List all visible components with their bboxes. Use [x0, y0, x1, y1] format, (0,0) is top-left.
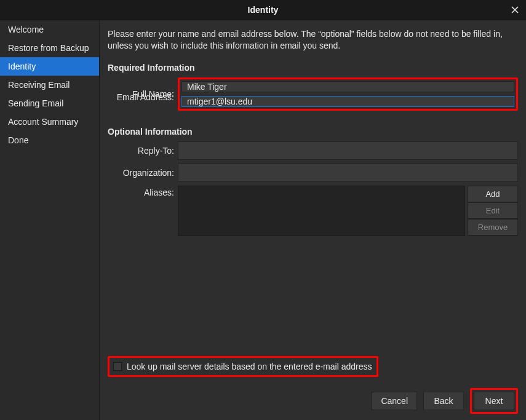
lookup-highlight: Look up mail server details based on the… — [108, 356, 378, 377]
sidebar-item-done[interactable]: Done — [0, 131, 99, 149]
reply-to-label: Reply-To: — [108, 146, 178, 156]
reply-to-row: Reply-To: — [108, 141, 518, 160]
alias-edit-button[interactable]: Edit — [468, 202, 518, 219]
sidebar-item-summary[interactable]: Account Summary — [0, 113, 99, 131]
alias-remove-button[interactable]: Remove — [468, 219, 518, 236]
close-icon — [511, 6, 519, 14]
intro-text: Please enter your name and email address… — [108, 28, 518, 52]
identity-wizard-window: Identity Welcome Restore from Backup Ide… — [0, 0, 526, 420]
organization-label: Organization: — [108, 168, 178, 178]
aliases-list[interactable] — [178, 186, 465, 236]
sidebar-item-identity[interactable]: Identity — [0, 57, 99, 76]
aliases-row: Aliases: Add Edit Remove — [108, 186, 518, 236]
close-button[interactable] — [509, 4, 521, 16]
titlebar: Identity — [0, 0, 526, 20]
next-button[interactable]: Next — [474, 392, 514, 410]
next-highlight: Next — [470, 388, 518, 414]
organization-input[interactable] — [178, 164, 518, 182]
lookup-label: Look up mail server details based on the… — [127, 362, 372, 371]
footer-buttons: Cancel Back Next — [108, 386, 518, 414]
lookup-row: Look up mail server details based on the… — [108, 356, 518, 377]
body: Welcome Restore from Backup Identity Rec… — [0, 20, 526, 420]
reply-to-input[interactable] — [178, 141, 518, 160]
sidebar-item-sending[interactable]: Sending Email — [0, 94, 99, 113]
organization-row: Organization: — [108, 164, 518, 182]
optional-section-header: Optional Information — [108, 127, 518, 137]
lookup-checkbox[interactable] — [113, 362, 122, 371]
sidebar-item-welcome[interactable]: Welcome — [0, 20, 99, 39]
sidebar-item-restore[interactable]: Restore from Backup — [0, 39, 99, 57]
main-panel: Please enter your name and email address… — [100, 20, 526, 420]
window-title: Identity — [248, 5, 279, 15]
aliases-wrap: Add Edit Remove — [178, 186, 518, 236]
full-name-input[interactable] — [181, 81, 514, 92]
back-button[interactable]: Back — [423, 392, 464, 410]
sidebar-item-receiving[interactable]: Receiving Email — [0, 76, 99, 94]
cancel-button[interactable]: Cancel — [372, 392, 417, 410]
aliases-buttons: Add Edit Remove — [468, 186, 518, 236]
full-name-label: Full Name: — [108, 89, 178, 99]
alias-add-button[interactable]: Add — [468, 186, 518, 202]
aliases-label: Aliases: — [108, 186, 178, 197]
required-section-header: Required Information — [108, 63, 518, 73]
wizard-sidebar: Welcome Restore from Backup Identity Rec… — [0, 20, 100, 420]
